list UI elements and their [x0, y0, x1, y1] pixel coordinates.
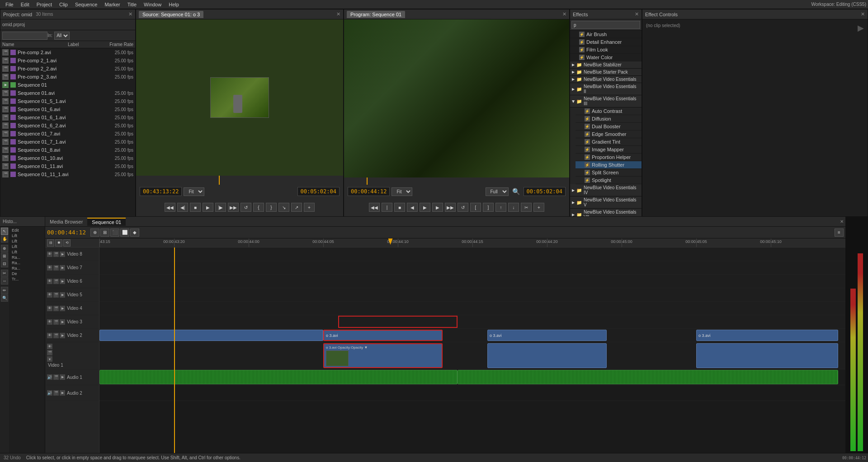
tl-track-sync[interactable]: ⟲: [63, 239, 71, 247]
track-lock-icon[interactable]: 🎬: [53, 319, 59, 325]
track-visibility-icon[interactable]: 👁: [47, 252, 52, 257]
project-item[interactable]: 🎬Pre-comp 2_3.avi25.00 fps: [0, 73, 135, 81]
in-select[interactable]: All: [54, 32, 70, 40]
history-item[interactable]: Ra...: [10, 266, 44, 271]
effects-group-header[interactable]: ▶📁NewBlue Video Essentials: [570, 76, 642, 83]
effects-panel-close[interactable]: ✕: [635, 11, 639, 17]
project-item[interactable]: 🎬Sequence 01_11_1.avi25.00 fps: [0, 170, 135, 178]
clip-video2-mid[interactable]: o 3.avi: [323, 330, 443, 341]
track-lock-icon[interactable]: 🎬: [53, 252, 59, 257]
track-expand-icon[interactable]: ▶: [60, 252, 65, 257]
track-lock-icon[interactable]: 🎬: [53, 292, 59, 298]
timeline-close[interactable]: ✕: [840, 219, 844, 224]
clip-video1-right[interactable]: [696, 343, 838, 368]
project-item[interactable]: 🎬Sequence 01_11.avi25.00 fps: [0, 162, 135, 170]
program-loop[interactable]: ↺: [458, 203, 468, 212]
source-timeline-bar[interactable]: [136, 176, 343, 185]
project-item[interactable]: 🎬Sequence 01_10.avi25.00 fps: [0, 154, 135, 162]
track-expand-icon[interactable]: ▶: [60, 333, 65, 338]
project-item[interactable]: 🎬Pre-comp 2_1.avi25.00 fps: [0, 56, 135, 65]
project-item[interactable]: 🎬Sequence 01_7.avi25.00 fps: [0, 130, 135, 138]
program-next[interactable]: +: [533, 203, 544, 212]
menu-edit[interactable]: Edit: [17, 1, 33, 8]
tl-track-add[interactable]: ✱: [55, 239, 62, 247]
track-lock-icon[interactable]: 🎬: [53, 374, 59, 380]
source-mark-out[interactable]: }: [266, 203, 277, 212]
project-item[interactable]: 🎬Sequence 01_8.avi25.00 fps: [0, 146, 135, 154]
history-item[interactable]: De: [10, 271, 44, 276]
program-fit-select[interactable]: Fit: [392, 187, 412, 196]
program-monitor-tab[interactable]: Program: Sequence 01: [347, 11, 405, 18]
menu-marker[interactable]: Marker: [101, 1, 123, 8]
clip-audio1-main[interactable]: [99, 370, 458, 384]
program-mark-out[interactable]: ]: [483, 203, 494, 212]
source-loop[interactable]: ↺: [241, 203, 251, 212]
track-lock-icon[interactable]: 🎬: [53, 279, 59, 284]
tab-media-browser[interactable]: Media Browser: [45, 218, 87, 225]
effects-group-header[interactable]: ▶📁NewBlue Video Essentials IV: [570, 184, 642, 196]
track-expand-icon[interactable]: ▶: [60, 265, 65, 271]
tool-select[interactable]: ↖: [1, 228, 8, 235]
track-visibility-icon[interactable]: 🔊: [47, 390, 52, 396]
source-fit-select[interactable]: Fit: [184, 187, 204, 196]
track-expand-icon[interactable]: ▶: [60, 319, 65, 325]
track-expand-icon[interactable]: ▼: [47, 356, 52, 362]
track-visibility-icon[interactable]: 👁: [47, 344, 52, 349]
clip-video2-right[interactable]: o 3.avi: [696, 330, 838, 341]
project-item[interactable]: 🎬Sequence 01_5_1.avi25.00 fps: [0, 97, 135, 105]
tool-move[interactable]: ✋: [1, 235, 8, 243]
program-mark[interactable]: |: [382, 203, 392, 212]
track-lock-icon[interactable]: 🎬: [53, 265, 59, 271]
source-monitor-tab[interactable]: Source: Sequence 01: o 3: [139, 11, 203, 18]
tl-markers[interactable]: ◆: [130, 229, 139, 237]
effects-top-item[interactable]: ⚡Film Look: [570, 46, 642, 54]
history-item[interactable]: Lift: [10, 249, 44, 255]
tool-pen[interactable]: ✏: [1, 287, 8, 294]
clip-video1-mid2[interactable]: [487, 343, 607, 368]
project-item[interactable]: 🎬Pre-comp 2_2.avi25.00 fps: [0, 65, 135, 73]
tl-magnet[interactable]: ⬜: [120, 229, 129, 237]
program-full-select[interactable]: Full: [486, 187, 509, 196]
clip-audio1-right[interactable]: [458, 370, 838, 384]
program-step-back[interactable]: ◀: [407, 203, 418, 212]
program-mark-in[interactable]: [: [470, 203, 481, 212]
effects-group-header[interactable]: ▶📁NewBlue Video Essentials II: [570, 83, 642, 95]
program-search-icon[interactable]: 🔍: [512, 188, 520, 195]
source-play-reverse[interactable]: ◀◀: [165, 203, 175, 212]
project-panel-close[interactable]: ✕: [128, 11, 132, 17]
program-step-fwd[interactable]: ▶: [432, 203, 443, 212]
program-trim[interactable]: ✂: [521, 203, 532, 212]
track-visibility-icon[interactable]: 👁: [47, 292, 52, 298]
program-play[interactable]: ▶: [420, 203, 430, 212]
source-monitor-close[interactable]: ✕: [336, 11, 340, 17]
menu-sequence[interactable]: Sequence: [71, 1, 101, 8]
project-item[interactable]: 🎬Pre-comp 2.avi25.00 fps: [0, 48, 135, 56]
history-item[interactable]: Ra...: [10, 260, 44, 266]
tl-nested[interactable]: ⊞: [100, 229, 109, 237]
track-expand-icon[interactable]: ▶: [60, 306, 65, 311]
program-extract[interactable]: ↓: [508, 203, 519, 212]
tl-settings[interactable]: ≡: [835, 229, 844, 237]
track-lock-icon[interactable]: 🎬: [53, 306, 59, 311]
menu-help[interactable]: Help: [165, 1, 183, 8]
track-expand-icon[interactable]: ▶: [60, 292, 65, 298]
menu-clip[interactable]: Clip: [56, 1, 71, 8]
effects-item[interactable]: ⚡Split Screen: [576, 169, 642, 177]
history-tab[interactable]: Histo...: [3, 219, 17, 224]
effects-group-header[interactable]: ▶📁NewBlue Stabilizer: [570, 61, 642, 69]
source-step-fwd[interactable]: |▶: [215, 203, 226, 212]
source-stop[interactable]: ■: [190, 203, 201, 212]
track-lock-icon[interactable]: 🎬: [53, 390, 59, 396]
program-play-reverse[interactable]: ◀◀: [369, 203, 380, 212]
effects-item[interactable]: ⚡Proportion Helper: [576, 154, 642, 161]
tool-zoom[interactable]: 🔍: [1, 294, 8, 302]
effects-group-header[interactable]: ▶📁NewBlue Starter Pack: [570, 69, 642, 76]
source-play[interactable]: ▶: [203, 203, 213, 212]
track-expand-icon[interactable]: ▶: [60, 374, 65, 380]
track-visibility-icon[interactable]: 👁: [47, 319, 52, 325]
effects-item[interactable]: ⚡Edge Smoother: [576, 131, 642, 138]
source-play-fwd[interactable]: ▶▶: [228, 203, 239, 212]
track-visibility-icon[interactable]: 👁: [47, 279, 52, 284]
program-monitor-close[interactable]: ✕: [562, 11, 566, 17]
effect-controls-close[interactable]: ✕: [861, 11, 865, 17]
